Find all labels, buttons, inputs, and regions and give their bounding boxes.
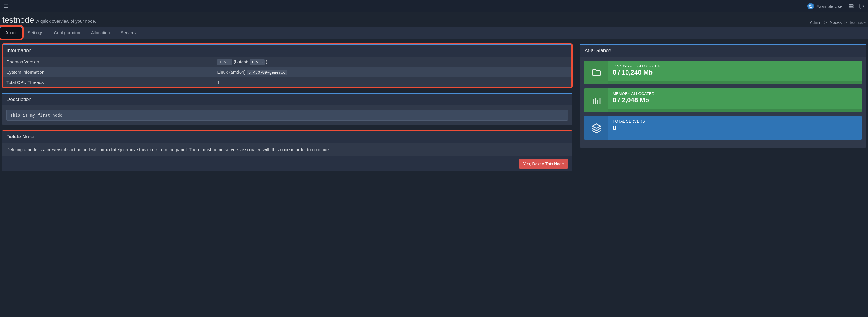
row-value: 1: [213, 77, 572, 87]
hamburger-icon[interactable]: [3, 3, 9, 9]
panel-delete-title: Delete Node: [2, 131, 572, 143]
panel-glance-title: At-a-Glance: [580, 45, 866, 57]
stat-progress-bar: [609, 81, 862, 84]
row-label: Daemon Version: [2, 57, 213, 67]
daemon-latest-code: 1.5.3: [249, 59, 265, 65]
delete-warning-text: Deleting a node is a irreversible action…: [2, 143, 572, 156]
bar-chart-icon: [584, 88, 609, 112]
page-title: testnode: [2, 15, 34, 25]
panel-description: Description This is my first node: [2, 93, 572, 125]
stat-label: TOTAL SERVERS: [613, 119, 858, 123]
tab-bar: About Settings Configuration Allocation …: [0, 27, 868, 38]
panel-delete-node: Delete Node Deleting a node is a irrever…: [2, 130, 572, 171]
row-value: Linux (amd64) 5.4.0-89-generic: [213, 67, 572, 77]
tab-allocation[interactable]: Allocation: [86, 27, 115, 38]
user-name: Example User: [816, 4, 844, 9]
svg-marker-12: [592, 124, 601, 128]
svg-point-5: [850, 5, 850, 5]
breadcrumb-admin[interactable]: Admin: [810, 20, 822, 25]
delete-node-button[interactable]: Yes, Delete This Node: [519, 159, 568, 169]
user-menu[interactable]: Example User: [807, 3, 844, 9]
breadcrumb-nodes[interactable]: Nodes: [830, 20, 841, 25]
stat-label: MEMORY ALLOCATED: [613, 91, 858, 96]
stat-card-disk: DISK SPACE ALLOCATED 0 / 10,240 Mb: [584, 61, 862, 84]
breadcrumb-current: testnode: [850, 20, 866, 25]
information-table: Daemon Version 1.5.3 (Latest: 1.5.3 ) Sy…: [2, 57, 572, 87]
tab-about[interactable]: About: [0, 27, 22, 38]
top-navbar: Example User: [0, 0, 868, 12]
row-label: Total CPU Threads: [2, 77, 213, 87]
row-value: 1.5.3 (Latest: 1.5.3 ): [213, 57, 572, 67]
stat-card-servers: TOTAL SERVERS 0: [584, 116, 862, 140]
table-row: Daemon Version 1.5.3 (Latest: 1.5.3 ): [2, 57, 572, 67]
server-list-icon[interactable]: [848, 3, 855, 9]
table-row: Total CPU Threads 1: [2, 77, 572, 87]
panel-at-a-glance: At-a-Glance DISK SPACE ALLOCATED 0 / 10,…: [580, 44, 866, 148]
description-text: This is my first node: [6, 110, 568, 121]
panel-information: Information Daemon Version 1.5.3 (Latest…: [2, 44, 572, 87]
tab-settings[interactable]: Settings: [22, 27, 49, 38]
page-header: testnode A quick overview of your node. …: [0, 12, 868, 27]
stat-progress-bar: [609, 109, 862, 112]
tab-configuration[interactable]: Configuration: [49, 27, 85, 38]
table-row: System Information Linux (amd64) 5.4.0-8…: [2, 67, 572, 77]
tab-servers[interactable]: Servers: [115, 27, 141, 38]
stat-value: 0: [613, 124, 858, 132]
daemon-version-code: 1.5.3: [217, 59, 232, 65]
folder-icon: [584, 61, 609, 84]
stat-label: DISK SPACE ALLOCATED: [613, 64, 858, 68]
layers-icon: [584, 116, 609, 140]
svg-point-6: [850, 7, 850, 7]
stat-value: 0 / 10,240 Mb: [613, 69, 858, 76]
panel-description-title: Description: [2, 94, 572, 106]
page-subtitle: A quick overview of your node.: [36, 19, 96, 24]
kernel-code: 5.4.0-89-generic: [247, 69, 287, 75]
logout-icon[interactable]: [859, 3, 865, 9]
row-label: System Information: [2, 67, 213, 77]
panel-information-title: Information: [2, 45, 572, 57]
breadcrumb: Admin > Nodes > testnode: [810, 20, 866, 25]
stat-value: 0 / 2,048 Mb: [613, 96, 858, 104]
stat-card-memory: MEMORY ALLOCATED 0 / 2,048 Mb: [584, 88, 862, 112]
power-icon: [807, 3, 814, 9]
